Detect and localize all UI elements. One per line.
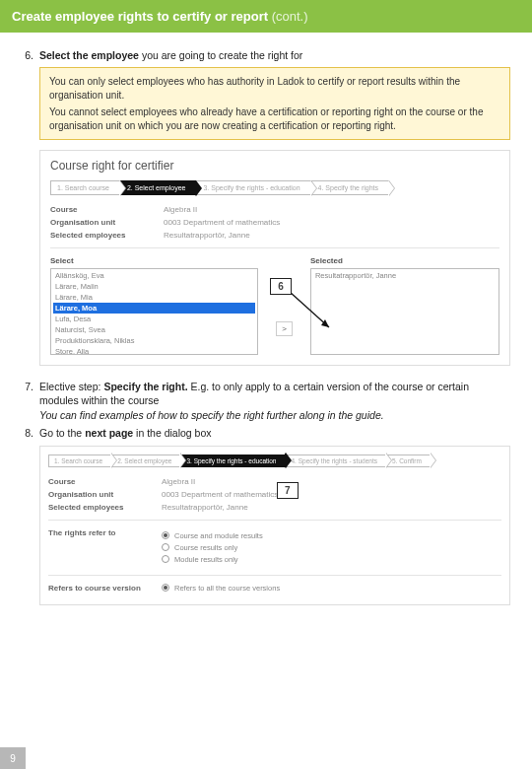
step-text: Elective step: Specify the right. E.g. t…	[39, 380, 510, 422]
note-line: You can only select employees who has au…	[49, 75, 500, 102]
divider	[50, 247, 499, 248]
list-item[interactable]: Produktionsklara, Niklas	[53, 335, 255, 346]
page-number: 9	[0, 747, 26, 769]
list-item[interactable]: Lufa, Desa	[53, 314, 255, 324]
field-row: Course Algebra II	[48, 477, 501, 486]
step-8: 8. Go to the next page in the dialog box	[22, 426, 510, 440]
step-bold: next page	[85, 427, 133, 439]
list-item[interactable]: Naturcist, Svea	[53, 324, 255, 335]
field-row: Organisation unit 0003 Department of mat…	[50, 218, 499, 227]
wizard-step[interactable]: 3. Specify the rights - education	[196, 180, 310, 195]
step-number: 7.	[22, 380, 39, 422]
field-label: The rights refer to	[48, 528, 162, 537]
step-bold: Select the employee	[39, 49, 139, 61]
field-label: Organisation unit	[48, 490, 162, 499]
radio-icon	[162, 543, 169, 551]
step-text: Go to the next page in the dialog box	[39, 426, 510, 440]
page-content: 6. Select the employee you are going to …	[0, 33, 532, 605]
radio-option[interactable]: Course and module results	[162, 531, 263, 540]
step-rest: you are going to create the right for	[139, 49, 302, 61]
page-header: Create employee rights to certify or rep…	[0, 0, 532, 33]
field-value: 0003 Department of mathematics	[164, 218, 280, 227]
radio-label: Refers to all the course versions	[174, 584, 280, 593]
field-row: Selected employees Resultatrapportör, Ja…	[48, 503, 501, 512]
step-text: Select the employee you are going to cre…	[39, 48, 510, 62]
wizard-step[interactable]: 2. Select employee	[120, 180, 197, 195]
list-item[interactable]: Lärare, Moa	[53, 303, 255, 314]
radio-label: Course results only	[174, 543, 237, 552]
list-title: Select	[50, 256, 258, 265]
list-item[interactable]: Lärare, Malin	[53, 281, 255, 292]
dual-list: Select Allänskög, Eva Lärare, Malin Lära…	[50, 256, 499, 355]
wizard-steps: 1. Search course 2. Select employee 3. S…	[50, 180, 499, 195]
dialog-title: Course right for certifier	[50, 159, 499, 173]
radio-option[interactable]: Module results only	[162, 555, 263, 564]
radio-icon	[162, 531, 169, 539]
field-label: Refers to course version	[48, 584, 162, 593]
step-6: 6. Select the employee you are going to …	[22, 48, 510, 62]
step-pre: Elective step:	[39, 381, 103, 392]
radio-icon	[162, 555, 169, 563]
note-line: You cannot select employees who already …	[49, 105, 500, 132]
radio-group: Course and module results Course results…	[162, 528, 263, 567]
wizard-step[interactable]: 5. Confirm	[386, 454, 431, 467]
list-title: Selected	[310, 256, 499, 265]
field-row: The rights refer to Course and module re…	[48, 528, 501, 567]
field-value: Resultatrapportör, Janne	[164, 231, 250, 240]
field-row: Course Algebra II	[50, 205, 499, 214]
wizard-steps: 1. Search course 2. Select employee 3. S…	[48, 454, 501, 467]
screenshot-1: Course right for certifier 1. Search cou…	[39, 150, 510, 366]
wizard-step[interactable]: 2. Select employee	[111, 454, 180, 467]
radio-option[interactable]: Refers to all the course versions	[162, 584, 280, 593]
callout-7: 7	[277, 482, 299, 499]
step-number: 8.	[22, 426, 39, 440]
field-row: Refers to course version Refers to all t…	[48, 584, 501, 593]
step-number: 6.	[22, 48, 39, 62]
radio-icon	[162, 584, 169, 592]
wizard-step[interactable]: 1. Search course	[48, 454, 111, 467]
radio-option[interactable]: Course results only	[162, 543, 263, 552]
list-item[interactable]: Lärare, Mia	[53, 292, 255, 303]
info-note: You can only select employees who has au…	[39, 67, 510, 140]
step-bold: Specify the right.	[103, 381, 187, 392]
header-title: Create employee rights to certify or rep…	[12, 9, 268, 24]
field-value: Algebra II	[162, 477, 195, 486]
wizard-step[interactable]: 4. Specify the rights	[311, 180, 389, 195]
radio-label: Course and module results	[174, 531, 263, 540]
list-item[interactable]: Store, Alla	[53, 346, 255, 355]
step-rest: in the dialog box	[133, 427, 211, 439]
select-listbox[interactable]: Allänskög, Eva Lärare, Malin Lärare, Mia…	[50, 268, 258, 355]
screenshot-2: 1. Search course 2. Select employee 3. S…	[39, 446, 510, 605]
list-item[interactable]: Allänskög, Eva	[53, 270, 255, 281]
divider	[48, 575, 501, 576]
field-value: 0003 Department of mathematics	[162, 490, 278, 499]
field-row: Selected employees Resultatrapportör, Ja…	[50, 231, 499, 240]
step-italic: You can find examples of how to specify …	[39, 409, 384, 421]
field-label: Selected employees	[48, 503, 162, 512]
field-value: Resultatrapportör, Janne	[162, 503, 248, 512]
field-row: Organisation unit 0003 Department of mat…	[48, 490, 501, 499]
field-label: Course	[50, 205, 164, 214]
header-subtitle: (cont.)	[272, 9, 308, 24]
wizard-step[interactable]: 3. Specify the rights - education	[180, 454, 285, 467]
wizard-step[interactable]: 4. Specify the rights - students	[286, 454, 386, 467]
field-label: Selected employees	[50, 231, 164, 240]
step-7: 7. Elective step: Specify the right. E.g…	[22, 380, 510, 422]
field-value: Algebra II	[164, 205, 197, 214]
svg-line-0	[290, 292, 329, 327]
radio-label: Module results only	[174, 555, 238, 564]
wizard-step[interactable]: 1. Search course	[50, 180, 120, 195]
step-pre: Go to the	[39, 427, 85, 439]
divider	[48, 520, 501, 521]
field-label: Organisation unit	[50, 218, 164, 227]
field-label: Course	[48, 477, 162, 486]
callout-6: 6	[270, 278, 292, 295]
